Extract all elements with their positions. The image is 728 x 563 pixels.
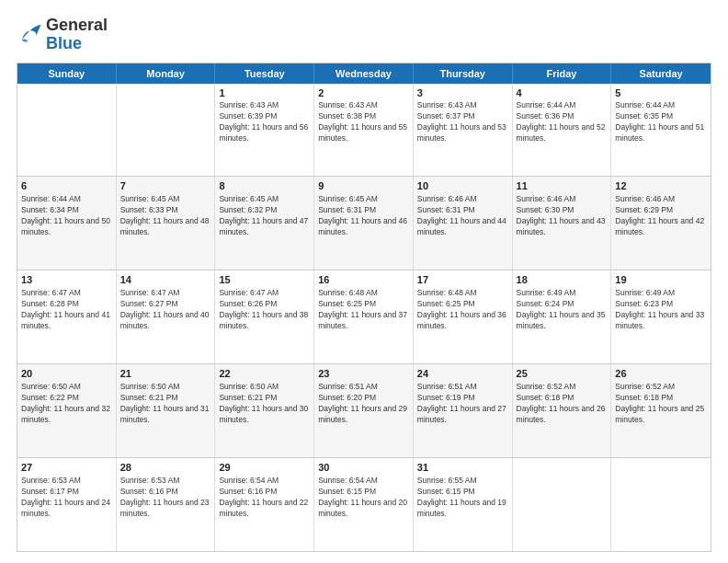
calendar-cell: 6Sunrise: 6:44 AMSunset: 6:34 PMDaylight… — [17, 177, 117, 270]
calendar-cell — [513, 458, 612, 551]
day-number: 27 — [21, 461, 112, 475]
day-number: 4 — [517, 86, 608, 100]
day-number: 31 — [417, 461, 508, 475]
calendar-cell — [117, 84, 216, 177]
calendar-body: 1Sunrise: 6:43 AMSunset: 6:39 PMDaylight… — [17, 84, 711, 551]
day-number: 6 — [21, 179, 112, 193]
calendar-cell: 29Sunrise: 6:54 AMSunset: 6:16 PMDayligh… — [215, 458, 314, 551]
calendar-cell: 15Sunrise: 6:47 AMSunset: 6:26 PMDayligh… — [215, 270, 314, 363]
calendar-cell: 17Sunrise: 6:48 AMSunset: 6:25 PMDayligh… — [414, 270, 513, 363]
calendar-cell: 26Sunrise: 6:52 AMSunset: 6:18 PMDayligh… — [611, 364, 711, 457]
day-number: 22 — [219, 367, 310, 381]
day-number: 26 — [615, 367, 707, 381]
day-number: 1 — [219, 86, 310, 100]
cell-detail: Sunrise: 6:47 AMSunset: 6:27 PMDaylight:… — [120, 288, 211, 332]
logo: General Blue — [17, 17, 108, 53]
day-number: 16 — [318, 273, 409, 287]
cell-detail: Sunrise: 6:52 AMSunset: 6:18 PMDaylight:… — [517, 382, 608, 426]
day-number: 14 — [120, 273, 211, 287]
day-number: 7 — [120, 179, 211, 193]
cell-detail: Sunrise: 6:54 AMSunset: 6:16 PMDaylight:… — [219, 476, 310, 520]
calendar-cell — [17, 84, 117, 177]
cell-detail: Sunrise: 6:48 AMSunset: 6:25 PMDaylight:… — [318, 288, 409, 332]
cell-detail: Sunrise: 6:48 AMSunset: 6:25 PMDaylight:… — [417, 288, 508, 332]
cell-detail: Sunrise: 6:52 AMSunset: 6:18 PMDaylight:… — [615, 382, 707, 426]
day-number: 30 — [318, 461, 409, 475]
calendar-cell: 11Sunrise: 6:46 AMSunset: 6:30 PMDayligh… — [513, 177, 612, 270]
calendar-cell: 21Sunrise: 6:50 AMSunset: 6:21 PMDayligh… — [117, 364, 216, 457]
header: General Blue — [17, 17, 711, 53]
calendar-cell: 12Sunrise: 6:46 AMSunset: 6:29 PMDayligh… — [611, 177, 711, 270]
day-number: 29 — [219, 461, 310, 475]
day-number: 2 — [318, 86, 409, 100]
calendar-cell: 28Sunrise: 6:53 AMSunset: 6:16 PMDayligh… — [117, 458, 216, 551]
calendar-cell: 30Sunrise: 6:54 AMSunset: 6:15 PMDayligh… — [314, 458, 414, 551]
day-number: 17 — [417, 273, 508, 287]
calendar-cell: 25Sunrise: 6:52 AMSunset: 6:18 PMDayligh… — [513, 364, 612, 457]
calendar-week: 20Sunrise: 6:50 AMSunset: 6:22 PMDayligh… — [17, 363, 711, 457]
calendar-cell: 27Sunrise: 6:53 AMSunset: 6:17 PMDayligh… — [17, 458, 117, 551]
calendar-cell: 1Sunrise: 6:43 AMSunset: 6:39 PMDaylight… — [215, 84, 314, 177]
cell-detail: Sunrise: 6:47 AMSunset: 6:26 PMDaylight:… — [219, 288, 310, 332]
day-number: 21 — [120, 367, 211, 381]
calendar-cell: 10Sunrise: 6:46 AMSunset: 6:31 PMDayligh… — [414, 177, 513, 270]
cell-detail: Sunrise: 6:53 AMSunset: 6:17 PMDaylight:… — [21, 476, 112, 520]
calendar-cell — [611, 458, 711, 551]
cell-detail: Sunrise: 6:46 AMSunset: 6:31 PMDaylight:… — [417, 194, 508, 238]
day-number: 11 — [517, 179, 608, 193]
calendar-cell: 24Sunrise: 6:51 AMSunset: 6:19 PMDayligh… — [414, 364, 513, 457]
cell-detail: Sunrise: 6:44 AMSunset: 6:36 PMDaylight:… — [517, 100, 608, 144]
day-number: 13 — [21, 273, 112, 287]
weekday-header: Sunday — [17, 63, 117, 84]
calendar-cell: 5Sunrise: 6:44 AMSunset: 6:35 PMDaylight… — [611, 84, 711, 177]
weekday-header: Saturday — [611, 63, 711, 84]
day-number: 28 — [120, 461, 211, 475]
day-number: 8 — [219, 179, 310, 193]
cell-detail: Sunrise: 6:51 AMSunset: 6:20 PMDaylight:… — [318, 382, 409, 426]
calendar-cell: 7Sunrise: 6:45 AMSunset: 6:33 PMDaylight… — [117, 177, 216, 270]
calendar-cell: 13Sunrise: 6:47 AMSunset: 6:28 PMDayligh… — [17, 270, 117, 363]
calendar-cell: 23Sunrise: 6:51 AMSunset: 6:20 PMDayligh… — [314, 364, 414, 457]
day-number: 10 — [417, 179, 508, 193]
cell-detail: Sunrise: 6:50 AMSunset: 6:21 PMDaylight:… — [120, 382, 211, 426]
logo-text-line1: General — [46, 17, 108, 35]
cell-detail: Sunrise: 6:49 AMSunset: 6:23 PMDaylight:… — [615, 288, 707, 332]
day-number: 18 — [517, 273, 608, 287]
day-number: 20 — [21, 367, 112, 381]
day-number: 24 — [417, 367, 508, 381]
page: General Blue SundayMondayTuesdayWednesda… — [0, 0, 728, 563]
day-number: 19 — [615, 273, 707, 287]
cell-detail: Sunrise: 6:46 AMSunset: 6:30 PMDaylight:… — [517, 194, 608, 238]
cell-detail: Sunrise: 6:50 AMSunset: 6:21 PMDaylight:… — [219, 382, 310, 426]
cell-detail: Sunrise: 6:44 AMSunset: 6:34 PMDaylight:… — [21, 194, 112, 238]
weekday-header: Friday — [513, 63, 612, 84]
cell-detail: Sunrise: 6:43 AMSunset: 6:37 PMDaylight:… — [417, 100, 508, 144]
logo-text-line2: Blue — [46, 35, 108, 53]
cell-detail: Sunrise: 6:43 AMSunset: 6:38 PMDaylight:… — [318, 100, 409, 144]
day-number: 3 — [417, 86, 508, 100]
calendar-cell: 14Sunrise: 6:47 AMSunset: 6:27 PMDayligh… — [117, 270, 216, 363]
cell-detail: Sunrise: 6:45 AMSunset: 6:32 PMDaylight:… — [219, 194, 310, 238]
cell-detail: Sunrise: 6:54 AMSunset: 6:15 PMDaylight:… — [318, 476, 409, 520]
weekday-header: Thursday — [414, 63, 513, 84]
calendar-cell: 20Sunrise: 6:50 AMSunset: 6:22 PMDayligh… — [17, 364, 117, 457]
calendar-cell: 19Sunrise: 6:49 AMSunset: 6:23 PMDayligh… — [611, 270, 711, 363]
calendar-cell: 2Sunrise: 6:43 AMSunset: 6:38 PMDaylight… — [314, 84, 414, 177]
day-number: 5 — [615, 86, 707, 100]
day-number: 12 — [615, 179, 707, 193]
calendar-cell: 4Sunrise: 6:44 AMSunset: 6:36 PMDaylight… — [513, 84, 612, 177]
calendar-cell: 3Sunrise: 6:43 AMSunset: 6:37 PMDaylight… — [414, 84, 513, 177]
day-number: 15 — [219, 273, 310, 287]
cell-detail: Sunrise: 6:53 AMSunset: 6:16 PMDaylight:… — [120, 476, 211, 520]
cell-detail: Sunrise: 6:51 AMSunset: 6:19 PMDaylight:… — [417, 382, 508, 426]
cell-detail: Sunrise: 6:45 AMSunset: 6:31 PMDaylight:… — [318, 194, 409, 238]
calendar-header: SundayMondayTuesdayWednesdayThursdayFrid… — [17, 63, 711, 84]
day-number: 9 — [318, 179, 409, 193]
cell-detail: Sunrise: 6:55 AMSunset: 6:15 PMDaylight:… — [417, 476, 508, 520]
calendar-week: 6Sunrise: 6:44 AMSunset: 6:34 PMDaylight… — [17, 176, 711, 270]
weekday-header: Wednesday — [314, 63, 414, 84]
cell-detail: Sunrise: 6:46 AMSunset: 6:29 PMDaylight:… — [615, 194, 707, 238]
calendar-week: 1Sunrise: 6:43 AMSunset: 6:39 PMDaylight… — [17, 84, 711, 177]
calendar-cell: 8Sunrise: 6:45 AMSunset: 6:32 PMDaylight… — [215, 177, 314, 270]
cell-detail: Sunrise: 6:47 AMSunset: 6:28 PMDaylight:… — [21, 288, 112, 332]
